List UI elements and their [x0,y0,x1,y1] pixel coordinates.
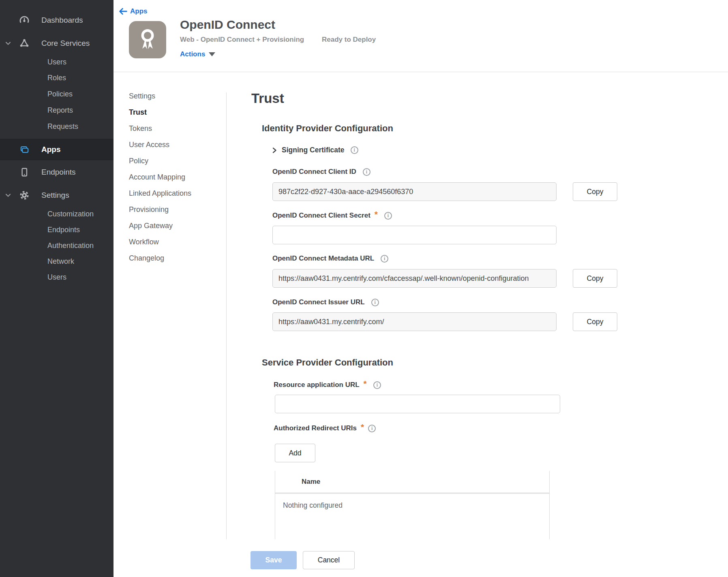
redirect-uris-table: Name Nothing configured [275,471,550,539]
back-link-label: Apps [130,7,148,15]
sidebar-item-customization[interactable]: Customization [0,206,113,222]
sidebar-item-network[interactable]: Network [0,253,113,269]
subnav-item-workflow[interactable]: Workflow [129,234,191,250]
back-arrow-icon [119,8,127,15]
back-to-apps-link[interactable]: Apps [119,7,148,15]
resource-url-label-row: Resource application URL [274,381,381,389]
sidebar-item-settings[interactable]: Settings [0,186,113,205]
caret-down-icon [209,52,215,56]
info-icon[interactable] [373,381,381,389]
table-empty-state: Nothing configured [275,493,549,510]
signing-certificate-label: Signing Certificate [282,146,345,154]
sidebar-item-users-settings[interactable]: Users [0,269,113,285]
sidebar-item-apps[interactable]: Apps [0,139,113,160]
sidebar-item-roles[interactable]: Roles [0,70,113,86]
client-secret-input[interactable] [272,226,557,244]
gear-icon [19,190,30,201]
subnav-item-changelog[interactable]: Changelog [129,250,191,266]
issuer-url-input[interactable] [272,312,557,331]
actions-menu-button[interactable]: Actions [180,50,215,58]
subnav-item-settings[interactable]: Settings [129,88,191,104]
deploy-status-badge: Ready to Deploy [322,36,376,44]
resource-url-input[interactable] [275,395,560,413]
issuer-url-label: OpenID Connect Issuer URL [272,298,365,306]
subnav-item-trust[interactable]: Trust [129,104,191,120]
client-id-input[interactable] [272,182,557,201]
metadata-url-input[interactable] [272,269,557,288]
app-logo [129,21,166,58]
sidebar-item-endpoints[interactable]: Endpoints [0,162,113,182]
chevron-down-icon[interactable] [5,192,11,199]
header-divider [113,72,728,72]
idp-section-heading: Identity Provider Configuration [262,123,393,134]
app-type-subtitle: Web - OpenID Connect + Provisioning [180,36,304,44]
apps-icon [19,144,30,155]
app-settings-subnav: Settings Trust Tokens User Access Policy… [129,88,191,266]
metadata-url-label: OpenID Connect Metadata URL [272,254,374,263]
info-icon[interactable] [363,168,370,176]
sidebar-item-reports[interactable]: Reports [0,102,113,118]
copy-issuer-url-button[interactable]: Copy [573,312,617,331]
metadata-url-label-row: OpenID Connect Metadata URL [272,254,388,263]
device-icon [19,167,30,177]
redirect-uris-label: Authorized Redirect URIs [274,424,357,432]
client-id-label: OpenID Connect Client ID [272,168,356,176]
sidebar-item-dashboards[interactable]: Dashboards [0,11,113,30]
copy-client-id-button[interactable]: Copy [573,182,617,201]
info-icon[interactable] [351,146,358,154]
subnav-item-account-mapping[interactable]: Account Mapping [129,169,191,185]
chevron-down-icon[interactable] [5,40,11,47]
sidebar-item-core-services[interactable]: Core Services [0,34,113,53]
subnav-item-tokens[interactable]: Tokens [129,120,191,137]
add-redirect-uri-button[interactable]: Add [275,444,315,462]
subnav-item-app-gateway[interactable]: App Gateway [129,218,191,234]
sidebar-item-label: Endpoints [41,168,76,177]
centrify-admin-app: Dashboards Core Services Users Roles [0,0,728,577]
issuer-url-label-row: OpenID Connect Issuer URL [272,298,379,306]
table-header-name: Name [275,471,549,493]
sidebar-item-label: Dashboards [41,16,83,25]
info-icon[interactable] [381,255,388,263]
page-app-title: OpenID Connect [180,18,275,32]
required-asterisk [361,425,364,429]
info-icon[interactable] [371,299,379,306]
sidebar-item-authentication[interactable]: Authentication [0,237,113,254]
cancel-button[interactable]: Cancel [303,551,355,569]
client-secret-label: OpenID Connect Client Secret [272,212,370,220]
sidebar-item-label: Settings [41,191,69,200]
sidebar-item-label: Apps [41,145,61,154]
sidebar-item-endpoints-settings[interactable]: Endpoints [0,222,113,238]
save-button[interactable]: Save [251,551,297,569]
required-asterisk [364,382,367,386]
subnav-item-user-access[interactable]: User Access [129,137,191,153]
subnav-item-policy[interactable]: Policy [129,153,191,169]
sidebar-item-users[interactable]: Users [0,54,113,70]
gauge-icon [19,15,30,26]
copy-metadata-url-button[interactable]: Copy [573,269,617,288]
redirect-uris-label-row: Authorized Redirect URIs [274,424,376,432]
chevron-right-icon [271,147,278,154]
info-icon[interactable] [368,425,376,432]
sidebar-item-label: Core Services [41,39,90,48]
required-asterisk [375,212,378,216]
main-content: Apps OpenID Connect Web - OpenID Connect… [113,0,728,577]
sidebar-item-requests[interactable]: Requests [0,118,113,135]
resource-url-label: Resource application URL [274,381,360,389]
signing-certificate-expander[interactable]: Signing Certificate [271,146,358,154]
client-id-label-row: OpenID Connect Client ID [272,168,370,176]
subnav-item-linked-applications[interactable]: Linked Applications [129,185,191,201]
info-icon[interactable] [384,212,392,220]
content-divider [226,92,227,539]
core-services-icon [19,38,30,49]
spc-section-heading: Service Provider Configuration [262,357,393,368]
sidebar-item-policies[interactable]: Policies [0,86,113,102]
subnav-item-provisioning[interactable]: Provisioning [129,201,191,218]
client-secret-label-row: OpenID Connect Client Secret [272,212,392,220]
actions-label: Actions [180,50,205,58]
sidebar: Dashboards Core Services Users Roles [0,0,113,577]
certificate-ribbon-icon [136,27,159,52]
page-title: Trust [251,91,284,106]
